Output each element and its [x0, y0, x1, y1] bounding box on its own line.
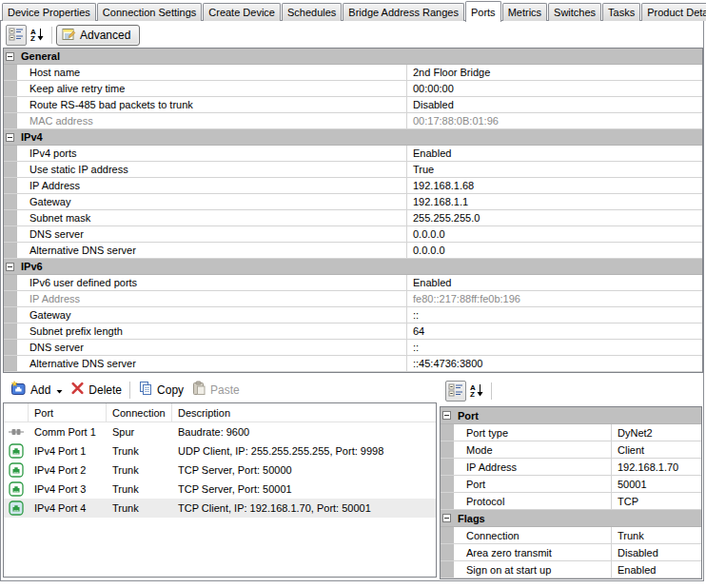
column-header-port[interactable]: Port — [29, 403, 107, 422]
property-value[interactable]: :: — [407, 307, 702, 323]
property-row[interactable]: Alternative DNS server::45:4736:3800 — [4, 356, 702, 372]
property-name[interactable]: Mode — [454, 441, 612, 458]
property-name[interactable]: Subnet prefix length — [17, 323, 407, 339]
tab-switches[interactable]: Switches — [548, 3, 601, 21]
property-value[interactable]: 64 — [407, 323, 702, 339]
property-value[interactable]: 192.168.1.70 — [612, 459, 701, 475]
property-value[interactable]: 00:00:00 — [407, 81, 702, 96]
port-list-item[interactable]: Comm Port 1SpurBaudrate: 9600 — [4, 422, 436, 441]
property-value[interactable]: Client — [612, 441, 701, 458]
property-row[interactable]: DNS server:: — [4, 340, 702, 356]
property-name[interactable]: IP Address — [17, 291, 407, 306]
property-row[interactable]: IPv6 user defined portsEnabled — [4, 275, 702, 291]
port-list-item[interactable]: IPv4 Port 2TrunkTCP Server, Port: 50000 — [4, 461, 436, 480]
property-row[interactable]: Route RS-485 bad packets to trunkDisable… — [4, 97, 702, 113]
add-button[interactable]: Add — [7, 380, 67, 400]
property-name[interactable]: DNS server — [17, 226, 407, 242]
column-header-connection[interactable]: Connection — [107, 403, 172, 422]
property-value[interactable]: 0.0.0.0 — [407, 243, 702, 258]
property-value[interactable]: True — [407, 162, 702, 177]
property-name[interactable]: Area zero transmit — [454, 544, 612, 560]
copy-button[interactable]: Copy — [134, 380, 187, 400]
property-value[interactable]: Trunk — [612, 527, 701, 543]
property-value[interactable]: fe80::217:88ff:fe0b:196 — [407, 291, 702, 306]
property-value[interactable]: :: — [407, 340, 702, 355]
category-row[interactable]: IPv6 — [4, 259, 702, 275]
property-value[interactable]: Enabled — [612, 561, 701, 578]
property-row[interactable]: Subnet prefix length64 — [4, 323, 702, 340]
property-name[interactable]: Alternative DNS server — [17, 356, 407, 371]
property-value[interactable]: Disabled — [407, 97, 702, 112]
property-row[interactable]: Sign on at start upEnabled — [441, 561, 701, 578]
property-name[interactable]: DNS server — [17, 340, 407, 355]
tab-tasks[interactable]: Tasks — [602, 3, 640, 21]
paste-button[interactable]: Paste — [187, 380, 244, 400]
property-row[interactable]: IPv4 portsEnabled — [4, 146, 702, 162]
tab-schedules[interactable]: Schedules — [282, 3, 342, 21]
advanced-button[interactable]: Advanced — [56, 25, 140, 46]
property-row[interactable]: Use static IP addressTrue — [4, 162, 702, 178]
property-value[interactable]: 255.255.255.0 — [407, 210, 702, 225]
property-row[interactable]: Area zero transmitDisabled — [441, 544, 701, 561]
port-list-item[interactable]: IPv4 Port 1TrunkUDP Client, IP: 255.255.… — [4, 441, 436, 461]
collapse-minus-icon[interactable] — [442, 514, 451, 522]
property-value[interactable]: 0.0.0.0 — [407, 226, 702, 242]
property-value[interactable]: Disabled — [612, 544, 701, 560]
tab-create-device[interactable]: Create Device — [203, 3, 281, 21]
property-name[interactable]: Sign on at start up — [454, 561, 612, 578]
property-name[interactable]: IPv4 ports — [17, 146, 407, 161]
property-row[interactable]: Alternative DNS server0.0.0.0 — [4, 243, 702, 259]
property-value[interactable]: 192.168.1.68 — [407, 178, 702, 193]
tab-product-details[interactable]: Product Details — [641, 3, 706, 21]
property-name[interactable]: MAC address — [17, 113, 407, 128]
property-row[interactable]: Port typeDyNet2 — [441, 424, 701, 441]
property-value[interactable]: Enabled — [407, 275, 702, 290]
property-value[interactable]: 50001 — [612, 476, 701, 492]
categorized-view-button[interactable] — [6, 25, 27, 46]
column-header-icon[interactable] — [4, 403, 29, 422]
collapse-minus-icon[interactable] — [6, 133, 14, 142]
tab-ports[interactable]: Ports — [465, 1, 501, 22]
property-name[interactable]: IPv6 user defined ports — [17, 275, 407, 290]
property-value[interactable]: ::45:4736:3800 — [407, 356, 702, 371]
delete-button[interactable]: Delete — [67, 381, 126, 399]
property-row[interactable]: ConnectionTrunk — [441, 527, 701, 544]
property-row[interactable]: MAC address00:17:88:0B:01:96 — [4, 113, 702, 129]
property-value[interactable]: 192.168.1.1 — [407, 194, 702, 209]
property-name[interactable]: Gateway — [17, 307, 407, 323]
property-name[interactable]: Connection — [454, 527, 612, 543]
property-name[interactable]: IP Address — [454, 459, 612, 475]
category-row[interactable]: IPv4 — [4, 129, 702, 146]
category-row[interactable]: Port — [441, 407, 701, 424]
property-value[interactable]: TCP — [612, 493, 701, 509]
tab-device-properties[interactable]: Device Properties — [2, 3, 96, 21]
category-row[interactable]: General — [4, 49, 702, 65]
property-name[interactable]: Port type — [454, 424, 612, 441]
property-row[interactable]: Host name2nd Floor Bridge — [4, 65, 702, 81]
property-row[interactable]: IP Address192.168.1.70 — [441, 459, 701, 476]
property-name[interactable]: Use static IP address — [17, 162, 407, 177]
collapse-minus-icon[interactable] — [6, 263, 14, 271]
tab-bridge-address-ranges[interactable]: Bridge Address Ranges — [343, 3, 464, 21]
category-row[interactable]: Flags — [441, 510, 701, 527]
property-name[interactable]: Host name — [17, 65, 407, 80]
tab-metrics[interactable]: Metrics — [502, 3, 547, 21]
alphabetical-sort-button[interactable]: A Z — [27, 25, 48, 46]
property-row[interactable]: DNS server0.0.0.0 — [4, 226, 702, 243]
property-row[interactable]: IP Address192.168.1.68 — [4, 178, 702, 194]
property-value[interactable]: 2nd Floor Bridge — [407, 65, 702, 80]
tab-connection-settings[interactable]: Connection Settings — [97, 3, 202, 21]
property-row[interactable]: Port50001 — [441, 476, 701, 493]
port-list-item[interactable]: IPv4 Port 3TrunkTCP Server, Port: 50001 — [4, 480, 436, 499]
alphabetical-sort-button[interactable]: A Z — [466, 381, 487, 402]
property-name[interactable]: Port — [454, 476, 612, 492]
property-name[interactable]: Keep alive retry time — [17, 81, 407, 96]
property-row[interactable]: Gateway192.168.1.1 — [4, 194, 702, 210]
property-name[interactable]: Subnet mask — [17, 210, 407, 225]
property-row[interactable]: Gateway:: — [4, 307, 702, 323]
property-value[interactable]: 00:17:88:0B:01:96 — [407, 113, 702, 128]
property-row[interactable]: Keep alive retry time00:00:00 — [4, 81, 702, 97]
property-value[interactable]: Enabled — [407, 146, 702, 161]
property-row[interactable]: ModeClient — [441, 441, 701, 459]
property-name[interactable]: Gateway — [17, 194, 407, 209]
